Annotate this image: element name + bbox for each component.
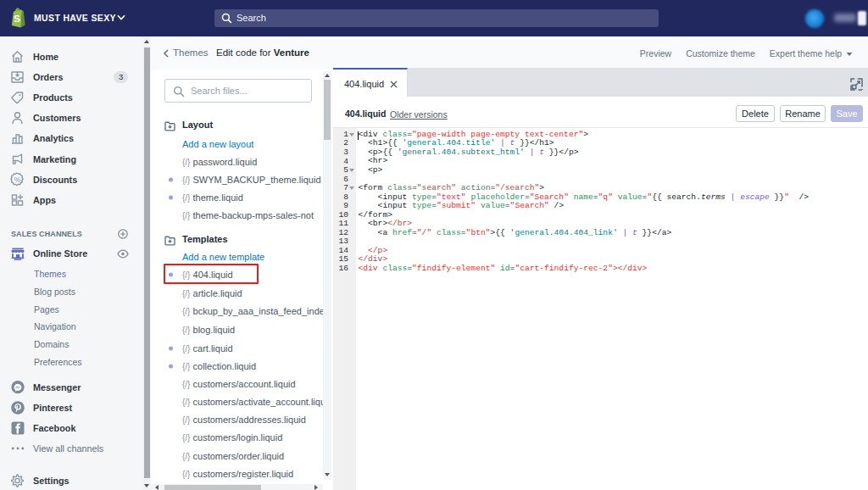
svg-text:%: % bbox=[14, 175, 20, 184]
svg-text:S: S bbox=[13, 14, 20, 25]
